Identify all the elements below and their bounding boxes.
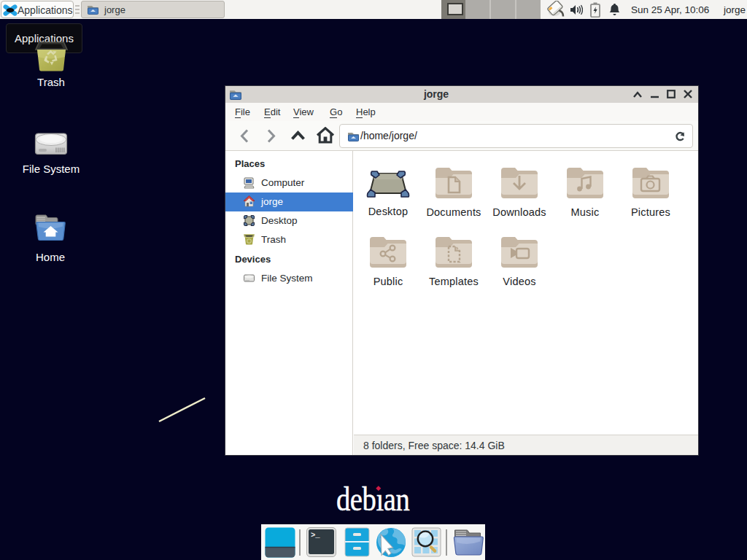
svg-text:>_: >_	[311, 531, 320, 540]
